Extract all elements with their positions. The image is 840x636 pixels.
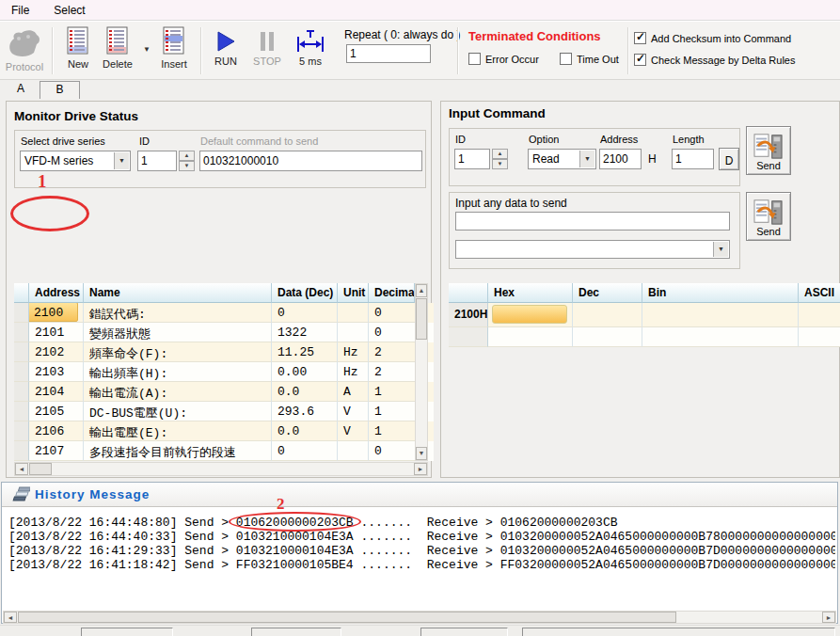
hscroll-thumb[interactable] bbox=[18, 612, 676, 623]
send-command-button[interactable]: Send bbox=[746, 126, 791, 175]
monitor-table-header: Address Name Data (Dec) Unit Decimal bbox=[14, 283, 434, 303]
new-button[interactable]: New bbox=[59, 26, 97, 70]
chevron-down-icon[interactable]: ▼ bbox=[713, 242, 728, 257]
history-log-line: [2013/8/22 16:41:29:33] Send > 010321000… bbox=[8, 544, 835, 558]
table-row-2106[interactable]: 2106輸出電壓(E):0.0V1 bbox=[14, 421, 434, 441]
spin-up-icon[interactable]: ▲ bbox=[179, 151, 195, 161]
chevron-down-icon[interactable]: ▼ bbox=[114, 152, 129, 169]
spin-down-icon[interactable]: ▼ bbox=[492, 159, 508, 169]
sent-data-circled: 01062000000203CB bbox=[236, 516, 354, 530]
time-interval-icon bbox=[290, 29, 331, 54]
header-decimal: Decimal bbox=[369, 283, 415, 303]
drive-select-group: Select drive series VFD-M series ▼ ID ▲▼… bbox=[14, 130, 426, 188]
any-data-history-combo[interactable]: ▼ bbox=[455, 240, 730, 259]
table-row-2103[interactable]: 2103輸出頻率(H):0.00Hz2 bbox=[14, 362, 434, 382]
scroll-up-icon[interactable]: ▲ bbox=[416, 284, 427, 297]
insert-button[interactable]: Insert bbox=[154, 26, 194, 70]
drive-id-spinner[interactable]: ▲▼ bbox=[179, 151, 195, 171]
run-toolbar-button[interactable]: RUN bbox=[207, 29, 245, 67]
stop-toolbar-button[interactable]: STOP bbox=[248, 29, 286, 67]
option-combo[interactable]: Read ▼ bbox=[528, 149, 596, 169]
scroll-left-icon[interactable]: ◄ bbox=[15, 463, 28, 475]
address-input[interactable] bbox=[599, 149, 642, 169]
any-data-input[interactable] bbox=[455, 212, 730, 231]
ic-id-input[interactable] bbox=[454, 149, 490, 169]
sent-data: 0103210000104E3A bbox=[236, 530, 354, 544]
add-checksum-checkbox-box[interactable] bbox=[634, 32, 646, 44]
vscroll-thumb[interactable] bbox=[416, 298, 427, 340]
check-message-checkbox[interactable]: Check Message by Delta Rules bbox=[634, 54, 795, 66]
default-command-input[interactable] bbox=[199, 151, 422, 171]
time-out-checkbox-box[interactable] bbox=[560, 53, 572, 65]
header-hex: Hex bbox=[488, 283, 573, 303]
history-log-line: [2013/8/22 16:44:48:80] Send > 010620000… bbox=[8, 516, 835, 530]
input-any-data-label: Input any data to send bbox=[455, 197, 567, 210]
toolbar-separator bbox=[627, 27, 628, 74]
error-occur-checkbox-box[interactable] bbox=[468, 53, 481, 65]
repeat-input[interactable] bbox=[346, 44, 431, 63]
hscroll-thumb[interactable] bbox=[29, 463, 52, 475]
length-input[interactable] bbox=[672, 149, 714, 169]
monitor-table-vscrollbar[interactable]: ▲ ▼ bbox=[415, 283, 428, 461]
table-row-2101[interactable]: 2101變頻器狀態13220 bbox=[14, 323, 434, 342]
header-data: Data (Dec) bbox=[272, 283, 338, 303]
scroll-right-icon[interactable]: ► bbox=[822, 612, 835, 623]
history-log[interactable]: [2013/8/22 16:44:48:80] Send > 010620000… bbox=[4, 508, 835, 610]
id-label: ID bbox=[139, 135, 150, 147]
table-row-2102[interactable]: 2102頻率命令(F):11.25Hz2 bbox=[14, 342, 434, 362]
scroll-right-icon[interactable]: ► bbox=[414, 463, 427, 475]
protocol-icon bbox=[4, 27, 45, 59]
delete-document-icon bbox=[98, 26, 137, 56]
input-command-panel: Input Command ID ▲▼ Option Read ▼ Addres… bbox=[440, 101, 840, 478]
response-row-2100[interactable]: 2100H bbox=[449, 303, 840, 327]
spin-up-icon[interactable]: ▲ bbox=[492, 149, 508, 159]
table-row-2107[interactable]: 2107多段速指令目前執行的段速00 bbox=[14, 441, 434, 461]
drive-id-input[interactable] bbox=[137, 151, 177, 171]
send-icon bbox=[747, 132, 790, 160]
monitor-table: Address Name Data (Dec) Unit Decimal 210… bbox=[14, 283, 434, 461]
error-occur-checkbox[interactable]: Error Occur bbox=[468, 53, 539, 65]
annotation-number-2: 2 bbox=[277, 495, 285, 514]
selected-hex-cell[interactable] bbox=[492, 305, 567, 324]
status-bar bbox=[0, 625, 840, 636]
address-label: Address bbox=[600, 134, 638, 145]
ic-id-spinner[interactable]: ▲▼ bbox=[492, 149, 508, 169]
table-row-2105[interactable]: 2105DC-BUS電壓(U):293.6V1 bbox=[14, 402, 434, 421]
insert-document-icon bbox=[154, 26, 194, 56]
response-row-empty[interactable] bbox=[449, 327, 840, 347]
sent-data: 0103210000104E3A bbox=[236, 544, 354, 558]
menu-bar: File Select bbox=[0, 0, 840, 21]
chevron-down-icon[interactable]: ▼ bbox=[579, 151, 594, 167]
protocol-button[interactable]: Protocol bbox=[4, 27, 45, 72]
header-bin: Bin bbox=[642, 283, 799, 303]
length-unit-button[interactable]: D bbox=[719, 148, 739, 170]
delete-dropdown-arrow[interactable]: ▼ bbox=[143, 45, 151, 54]
interval-button[interactable]: 5 ms bbox=[290, 29, 331, 67]
table-row-2104[interactable]: 2104輸出電流(A):0.0A1 bbox=[14, 382, 434, 402]
table-row-2100[interactable]: 2100錯誤代碼:00 bbox=[14, 303, 434, 323]
add-checksum-checkbox[interactable]: Add Checksum into Command bbox=[634, 32, 791, 44]
new-document-icon bbox=[59, 26, 97, 56]
monitor-table-hscrollbar[interactable]: ◄ ► bbox=[14, 462, 428, 476]
ic-id-label: ID bbox=[455, 134, 466, 145]
select-drive-label: Select drive series bbox=[21, 135, 105, 147]
history-hscrollbar[interactable]: ◄ ► bbox=[3, 611, 836, 624]
menu-file[interactable]: File bbox=[8, 2, 33, 19]
time-out-checkbox[interactable]: Time Out bbox=[560, 53, 619, 65]
selected-address-cell[interactable]: 2100 bbox=[29, 303, 78, 322]
delete-button[interactable]: Delete bbox=[98, 26, 137, 70]
menu-select[interactable]: Select bbox=[50, 2, 88, 19]
header-name: Name bbox=[84, 283, 272, 303]
check-message-checkbox-box[interactable] bbox=[634, 54, 646, 66]
send-any-data-button[interactable]: Send bbox=[746, 192, 791, 241]
tab-a[interactable]: A bbox=[4, 82, 38, 95]
scroll-down-icon[interactable]: ▼ bbox=[416, 447, 427, 460]
default-command-label: Default command to send bbox=[200, 135, 318, 147]
spin-down-icon[interactable]: ▼ bbox=[179, 161, 195, 171]
received-data: 0103200000052A0465000000000B7D0000000000… bbox=[500, 544, 835, 558]
drive-series-combo[interactable]: VFD-M series ▼ bbox=[20, 151, 131, 171]
scroll-left-icon[interactable]: ◄ bbox=[4, 612, 17, 623]
monitor-panel-title: Monitor Drive Status bbox=[14, 109, 138, 123]
pause-icon bbox=[248, 29, 286, 54]
tab-b[interactable]: B bbox=[40, 81, 80, 99]
